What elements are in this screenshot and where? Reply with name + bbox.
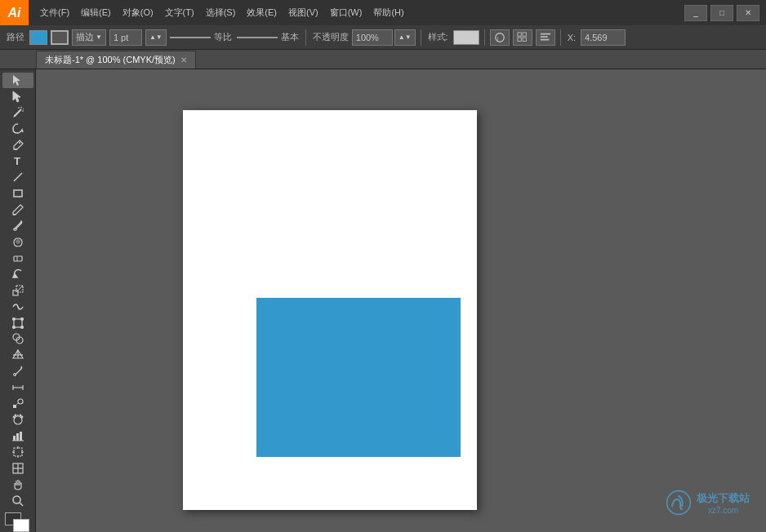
magic-wand-tool[interactable] — [2, 105, 33, 121]
dash-line-section: 等比 — [170, 31, 234, 43]
scale-tool[interactable] — [2, 283, 33, 299]
grid-icon[interactable] — [513, 29, 532, 46]
stroke-weight-arrow-icon: ▲▼ — [149, 33, 163, 41]
hand-tool[interactable] — [2, 477, 33, 492]
artboard-tool[interactable] — [2, 445, 33, 460]
lasso-tool[interactable] — [2, 121, 33, 136]
watermark-url: xz7.com — [697, 506, 750, 515]
variable-width-section: 基本 — [237, 31, 301, 43]
svg-rect-44 — [13, 405, 16, 408]
svg-point-40 — [13, 374, 16, 376]
svg-rect-2 — [518, 32, 521, 35]
watermark: 极光下载站 xz7.com — [666, 490, 750, 516]
svg-line-11 — [15, 109, 21, 116]
blend-tool[interactable] — [2, 396, 33, 411]
svg-point-50 — [20, 415, 21, 417]
opacity-dropdown[interactable]: ▲▼ — [394, 29, 416, 46]
svg-rect-6 — [541, 33, 550, 34]
opacity-section: 不透明度 100% ▲▼ — [311, 29, 416, 46]
rotate-tool[interactable] — [2, 267, 33, 282]
canvas-area[interactable]: 极光下载站 xz7.com — [36, 69, 766, 532]
x-value: 4.569 — [585, 33, 608, 42]
svg-line-66 — [20, 503, 23, 506]
align-icon[interactable] — [536, 29, 555, 46]
stroke-arrow-icon: ▼ — [96, 33, 102, 41]
opacity-arrow-icon: ▲▼ — [399, 33, 412, 41]
svg-point-33 — [12, 326, 15, 328]
selection-tool[interactable] — [2, 73, 33, 88]
svg-point-51 — [13, 417, 15, 419]
menu-effect[interactable]: 效果(E) — [242, 5, 282, 20]
menu-edit[interactable]: 编辑(E) — [76, 5, 116, 20]
title-bar-controls: ⎯ □ ✕ — [684, 5, 759, 21]
rectangle-tool[interactable] — [2, 186, 33, 202]
tab-bar: 未标题-1* @ 100% (CMYK/预览) ✕ — [0, 50, 766, 69]
menu-bar: 文件(F) 编辑(E) 对象(O) 文字(T) 选择(S) 效果(E) 视图(V… — [35, 5, 678, 20]
line-segment-tool[interactable] — [2, 170, 33, 185]
symbol-sprayer-tool[interactable] — [2, 412, 33, 428]
separator-3 — [484, 29, 485, 46]
stroke-swatch[interactable] — [51, 30, 69, 45]
svg-rect-7 — [541, 36, 548, 38]
title-bar: Ai 文件(F) 编辑(E) 对象(O) 文字(T) 选择(S) 效果(E) 视… — [0, 0, 766, 25]
eraser-tool[interactable] — [2, 250, 33, 266]
blue-rectangle-shape[interactable] — [256, 298, 461, 457]
type-tool[interactable]: T — [2, 153, 33, 169]
opacity-value: 100% — [356, 33, 379, 42]
tab-close-icon[interactable]: ✕ — [180, 55, 187, 64]
svg-rect-54 — [16, 433, 19, 441]
svg-marker-9 — [13, 75, 20, 86]
style-swatch[interactable] — [453, 30, 479, 45]
x-input[interactable]: 4.569 — [581, 29, 626, 46]
stroke-dropdown[interactable]: 描边 ▼ — [72, 29, 106, 46]
svg-point-52 — [21, 417, 23, 419]
menu-type[interactable]: 文字(T) — [160, 5, 199, 20]
pencil-tool[interactable] — [2, 202, 33, 218]
maximize-button[interactable]: □ — [710, 5, 733, 21]
zoom-tool[interactable] — [2, 493, 33, 508]
free-transform-tool[interactable] — [2, 315, 33, 330]
menu-select[interactable]: 选择(S) — [201, 5, 241, 20]
shape-builder-tool[interactable] — [2, 331, 33, 347]
column-graph-tool[interactable] — [2, 428, 33, 444]
slice-tool[interactable] — [2, 461, 33, 477]
svg-point-65 — [13, 496, 20, 503]
fill-color-swatch[interactable] — [13, 519, 29, 532]
close-button[interactable]: ✕ — [737, 5, 759, 21]
menu-help[interactable]: 帮助(H) — [368, 5, 408, 20]
document-tab[interactable]: 未标题-1* @ 100% (CMYK/预览) ✕ — [36, 51, 196, 69]
svg-point-18 — [19, 142, 20, 144]
svg-point-47 — [14, 416, 22, 424]
watermark-logo-icon — [666, 490, 692, 516]
direct-selection-tool[interactable] — [2, 89, 33, 104]
warp-tool[interactable] — [2, 299, 33, 314]
blob-brush-tool[interactable] — [2, 234, 33, 250]
tab-label: 未标题-1* @ 100% (CMYK/预览) — [45, 54, 176, 66]
svg-marker-10 — [13, 91, 20, 102]
dash-line-preview — [170, 37, 211, 38]
stroke-weight-input[interactable]: 1 pt — [109, 29, 142, 46]
stroke-weight-dropdown[interactable]: ▲▼ — [145, 29, 167, 46]
measure-tool[interactable] — [2, 379, 33, 395]
perspective-tool[interactable] — [2, 348, 33, 363]
path-label: 路径 — [5, 31, 26, 43]
pen-tool[interactable] — [2, 137, 33, 153]
svg-text:T: T — [14, 155, 20, 167]
opacity-input[interactable]: 100% — [352, 29, 393, 46]
svg-rect-57 — [14, 448, 22, 456]
doc-setup-icon[interactable]: i — [490, 29, 510, 46]
paintbrush-tool[interactable] — [2, 218, 33, 233]
fill-swatch[interactable] — [29, 30, 47, 45]
svg-point-45 — [18, 399, 23, 404]
options-bar: 路径 描边 ▼ 1 pt ▲▼ 等比 基本 不透明度 100% ▲▼ 样式: — [0, 25, 766, 50]
variable-line-preview — [237, 37, 278, 38]
main-layout: T — [0, 69, 766, 532]
menu-view[interactable]: 视图(V) — [283, 5, 323, 20]
menu-window[interactable]: 窗口(W) — [325, 5, 367, 20]
svg-rect-3 — [523, 32, 526, 35]
menu-file[interactable]: 文件(F) — [35, 5, 74, 20]
svg-rect-30 — [14, 319, 22, 327]
minimize-button[interactable]: ⎯ — [684, 5, 707, 21]
eyedropper-tool[interactable] — [2, 364, 33, 379]
menu-object[interactable]: 对象(O) — [118, 5, 158, 20]
